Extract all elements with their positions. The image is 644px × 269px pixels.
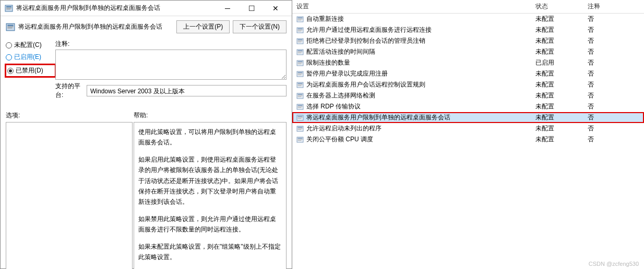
help-paragraph: 如果未配置此策略设置，则在"组策略"级别上不指定此策略设置。 [138,241,282,263]
policy-item-icon [296,27,304,34]
list-row[interactable]: 允许用户通过使用远程桌面服务进行远程连接 未配置 否 [292,25,644,35]
list-row[interactable]: 将远程桌面服务用户限制到单独的远程桌面服务会话 未配置 否 [292,112,644,123]
svg-rect-54 [298,139,303,140]
help-paragraph: 如果禁用此策略设置，则允许用户通过使用远程桌面服务进行不限数量的同时远程连接。 [138,214,282,235]
list-rows: 自动重新连接 未配置 否 允许用户通过使用远程桌面服务进行远程连接 未配置 否 … [292,14,644,269]
list-row[interactable]: 自动重新连接 未配置 否 [292,14,644,25]
radio-enabled-label: 已启用(E) [14,53,41,62]
radio-icon [6,54,12,60]
list-row[interactable]: 为远程桌面服务用户会话远程控制设置规则 未配置 否 [292,79,644,90]
svg-rect-43 [298,107,302,108]
row-name: 将远程桌面服务用户限制到单独的远程桌面服务会话 [306,113,535,122]
svg-rect-3 [6,9,10,9]
row-comment: 否 [588,124,640,133]
policy-item-icon [296,48,304,56]
row-name: 允许远程启动未列出的程序 [306,124,535,133]
options-label: 选项: [6,111,134,120]
svg-rect-47 [298,118,302,119]
list-row[interactable]: 在服务器上选择网络检测 未配置 否 [292,90,644,101]
svg-rect-46 [298,117,303,118]
svg-rect-53 [298,138,303,139]
svg-rect-25 [298,61,303,62]
policy-item-icon [296,70,304,78]
row-comment: 否 [588,15,640,23]
policy-dialog: 将远程桌面服务用户限制到单独的远程桌面服务会话 ─ ☐ ✕ 将远程桌面服务用户限… [0,0,292,269]
minimize-button[interactable]: ─ [216,1,240,16]
policy-item-icon [296,114,304,121]
row-name: 关闭公平份额 CPU 调度 [306,135,535,144]
radio-not-configured-label: 未配置(C) [14,41,42,50]
header-setting[interactable]: 设置 [296,2,535,11]
panels: 使用此策略设置，可以将用户限制到单独的远程桌面服务会话。 如果启用此策略设置，则… [6,122,287,269]
list-row[interactable]: 关闭公平份额 CPU 调度 未配置 否 [292,134,644,145]
svg-rect-2 [6,8,11,8]
help-label: 帮助: [134,111,148,120]
row-state: 已启用 [535,58,588,67]
list-header: 设置 状态 注释 [292,0,644,14]
svg-rect-37 [298,94,303,95]
prev-setting-button[interactable]: 上一个设置(P) [176,20,230,33]
svg-rect-30 [298,74,303,74]
dialog-titlebar: 将远程桌面服务用户限制到单独的远程桌面服务会话 ─ ☐ ✕ [1,1,292,16]
svg-rect-41 [298,105,303,106]
comment-input[interactable] [55,50,287,80]
list-row[interactable]: 允许远程启动未列出的程序 未配置 否 [292,123,644,134]
row-name: 在服务器上选择网络检测 [306,91,535,100]
row-state: 未配置 [535,69,588,78]
row-state: 未配置 [535,102,588,111]
row-name: 限制连接的数量 [306,58,535,67]
options-panel [6,122,133,269]
row-state: 未配置 [535,91,588,100]
dialog-header-row: 将远程桌面服务用户限制到单独的远程桌面服务会话 上一个设置(P) 下一个设置(N… [6,20,287,33]
row-state: 未配置 [535,26,588,34]
help-panel: 使用此策略设置，可以将用户限制到单独的远程桌面服务会话。 如果启用此策略设置，则… [134,122,287,269]
row-comment: 否 [588,91,640,100]
close-button[interactable]: ✕ [264,1,288,16]
radio-enabled[interactable]: 已启用(E) [6,53,55,62]
svg-rect-7 [7,28,12,28]
svg-rect-42 [298,106,303,107]
svg-rect-38 [298,95,303,96]
svg-rect-29 [298,72,303,73]
svg-rect-15 [298,31,302,31]
svg-rect-17 [298,39,303,40]
dialog-title: 将远程桌面服务用户限制到单独的远程桌面服务会话 [16,4,216,13]
radio-not-configured[interactable]: 未配置(C) [6,41,55,50]
list-row[interactable]: 配置活动连接的时间间隔 未配置 否 [292,46,644,57]
comment-area: 注释: 支持的平台: Windows Server 2003 及以上版本 [55,40,287,100]
radio-disabled[interactable]: 已禁用(D) [5,64,56,78]
list-row[interactable]: 暂停用户登录以完成应用注册 未配置 否 [292,68,644,79]
svg-rect-10 [298,19,303,19]
svg-rect-35 [298,85,302,86]
policy-item-icon [296,81,304,89]
row-name: 允许用户通过使用远程桌面服务进行远程连接 [306,26,535,34]
header-comment[interactable]: 注释 [588,2,640,11]
row-state: 未配置 [535,124,588,133]
row-name: 暂停用户登录以完成应用注册 [306,69,535,78]
list-row[interactable]: 限制连接的数量 已启用 否 [292,57,644,68]
row-state: 未配置 [535,135,588,144]
row-comment: 否 [588,69,640,78]
maximize-button[interactable]: ☐ [240,1,264,16]
radio-group: 未配置(C) 已启用(E) 已禁用(D) [6,40,55,77]
row-state: 未配置 [535,80,588,89]
list-row[interactable]: 选择 RDP 传输协议 未配置 否 [292,101,644,112]
row-comment: 否 [588,26,640,34]
dialog-body: 将远程桌面服务用户限制到单独的远程桌面服务会话 上一个设置(P) 下一个设置(N… [1,16,292,269]
platform-value: Windows Server 2003 及以上版本 [87,85,287,96]
next-setting-button[interactable]: 下一个设置(N) [233,20,287,33]
svg-rect-34 [298,84,303,85]
svg-rect-51 [298,129,302,130]
policy-header-icon [6,22,15,32]
row-comment: 否 [588,47,640,56]
radio-icon [6,42,12,48]
list-row[interactable]: 拒绝将已经登录到控制台会话的管理员注销 未配置 否 [292,35,644,46]
svg-rect-31 [298,75,302,75]
platform-row: 支持的平台: Windows Server 2003 及以上版本 [55,82,287,100]
svg-rect-11 [298,20,302,20]
policy-item-icon [296,38,304,45]
header-state[interactable]: 状态 [535,2,588,11]
row-state: 未配置 [535,113,588,122]
window-buttons: ─ ☐ ✕ [216,1,288,16]
row-comment: 否 [588,36,640,45]
